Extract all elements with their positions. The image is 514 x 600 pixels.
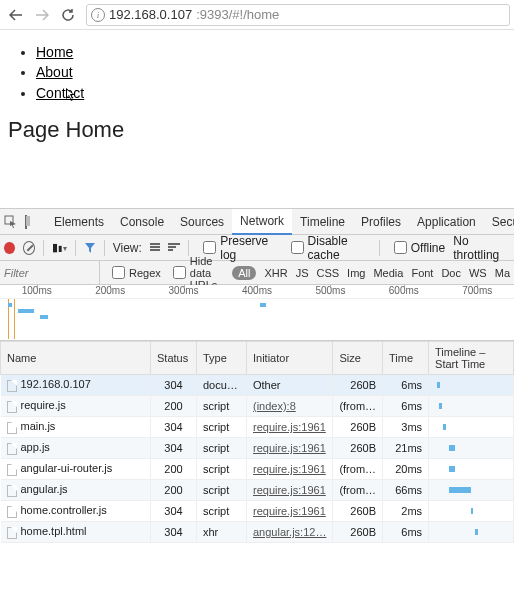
filter-type-doc[interactable]: Doc (441, 267, 461, 279)
tab-sources[interactable]: Sources (172, 209, 232, 235)
tab-console[interactable]: Console (112, 209, 172, 235)
throttling-select[interactable]: No throttling (453, 234, 510, 262)
offline-checkbox[interactable]: Offline (388, 241, 445, 255)
table-row[interactable]: home.tpl.html304xhrangular.js:12…260B6ms (1, 522, 514, 543)
url-host: 192.168.0.107 (109, 7, 192, 22)
filter-input[interactable] (0, 261, 100, 284)
col-1[interactable]: Status (151, 342, 197, 375)
network-table: NameStatusTypeInitiatorSizeTimeTimeline … (0, 341, 514, 543)
regex-checkbox[interactable]: Regex (106, 266, 161, 279)
nav-home[interactable]: Home (36, 44, 73, 60)
col-5[interactable]: Time (383, 342, 429, 375)
view-large-icon[interactable] (150, 243, 161, 253)
forward-button[interactable] (30, 3, 54, 27)
inspect-icon[interactable] (4, 215, 18, 229)
filter-type-xhr[interactable]: XHR (264, 267, 287, 279)
filter-type-js[interactable]: JS (296, 267, 309, 279)
nav-contact[interactable]: Contact (36, 85, 84, 101)
table-row[interactable]: require.js200script(index):8(from…6ms (1, 396, 514, 417)
clear-button[interactable] (23, 241, 36, 255)
url-path: :9393/#!/home (196, 7, 279, 22)
col-2[interactable]: Type (197, 342, 247, 375)
address-bar[interactable]: i 192.168.0.107:9393/#!/home (86, 4, 510, 26)
page-content: Home About Contact Page Home (0, 30, 514, 208)
table-row[interactable]: main.js304scriptrequire.js:1961260B3ms (1, 417, 514, 438)
col-0[interactable]: Name (1, 342, 151, 375)
site-info-icon[interactable]: i (91, 8, 105, 22)
nav-about[interactable]: About (36, 64, 73, 80)
col-6[interactable]: Timeline – Start Time (429, 342, 514, 375)
view-label: View: (113, 241, 142, 255)
filter-type-ma[interactable]: Ma (495, 267, 510, 279)
tab-profiles[interactable]: Profiles (353, 209, 409, 235)
table-row[interactable]: angular.js200scriptrequire.js:1961(from…… (1, 480, 514, 501)
filter-type-img[interactable]: Img (347, 267, 365, 279)
disable-cache-checkbox[interactable]: Disable cache (285, 234, 371, 262)
view-small-icon[interactable] (168, 243, 180, 253)
filter-type-font[interactable]: Font (411, 267, 433, 279)
tab-elements[interactable]: Elements (46, 209, 112, 235)
filter-toggle-icon[interactable] (84, 242, 96, 254)
filter-type-all[interactable]: All (232, 266, 256, 280)
filter-type-media[interactable]: Media (373, 267, 403, 279)
tab-timeline[interactable]: Timeline (292, 209, 353, 235)
col-4[interactable]: Size (333, 342, 383, 375)
network-toolbar: ▮▮ View: Preserve log Disable cache Offl… (0, 235, 514, 261)
filter-bar: Regex Hide data URLs AllXHRJSCSSImgMedia… (0, 261, 514, 285)
capture-screenshots-icon[interactable]: ▮▮ (52, 241, 67, 254)
tab-network[interactable]: Network (232, 209, 292, 235)
reload-button[interactable] (56, 3, 80, 27)
col-3[interactable]: Initiator (247, 342, 333, 375)
page-nav: Home About Contact (36, 42, 506, 103)
devtools-tabs: ElementsConsoleSourcesNetworkTimelinePro… (0, 209, 514, 235)
table-row[interactable]: angular-ui-router.js200scriptrequire.js:… (1, 459, 514, 480)
table-row[interactable]: 192.168.0.107304docu…Other260B6ms (1, 375, 514, 396)
waterfall-overview[interactable]: 100ms200ms300ms400ms500ms600ms700ms (0, 285, 514, 341)
table-row[interactable]: home.controller.js304scriptrequire.js:19… (1, 501, 514, 522)
filter-type-ws[interactable]: WS (469, 267, 487, 279)
table-row[interactable]: app.js304scriptrequire.js:1961260B21ms (1, 438, 514, 459)
browser-toolbar: i 192.168.0.107:9393/#!/home (0, 0, 514, 30)
back-button[interactable] (4, 3, 28, 27)
filter-type-css[interactable]: CSS (316, 267, 339, 279)
page-heading: Page Home (8, 117, 506, 143)
tab-application[interactable]: Application (409, 209, 484, 235)
record-button[interactable] (4, 242, 15, 254)
tab-security[interactable]: Security (484, 209, 514, 235)
devtools: ElementsConsoleSourcesNetworkTimelinePro… (0, 208, 514, 543)
